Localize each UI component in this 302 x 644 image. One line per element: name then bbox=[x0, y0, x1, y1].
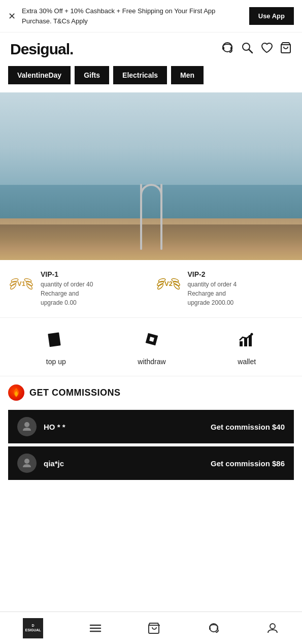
header-icons bbox=[221, 41, 292, 57]
svg-rect-35 bbox=[217, 627, 218, 630]
action-row: top up withdraw wallet bbox=[0, 318, 302, 376]
wallet-label: wallet bbox=[238, 358, 256, 366]
logo: Desigual. bbox=[10, 41, 73, 58]
vip2-title: VIP-2 bbox=[188, 270, 294, 278]
commission-amount-1: Get commission $40 bbox=[211, 423, 285, 431]
vip2-detail-line1: quantity of order 4 bbox=[188, 280, 294, 289]
vip-section: V1 VIP-1 quantity of order 40 Recharge a… bbox=[0, 260, 302, 318]
bottom-nav-support[interactable] bbox=[202, 619, 225, 638]
svg-rect-34 bbox=[209, 627, 211, 630]
cart-nav-icon bbox=[148, 622, 161, 635]
bottom-nav: DESIGUAL bbox=[0, 611, 302, 644]
commission-card-2: qia*jc Get commission $86 bbox=[8, 446, 294, 480]
nav-electricals[interactable]: Electricals bbox=[113, 66, 167, 84]
cart-icon[interactable] bbox=[280, 42, 292, 57]
svg-rect-2 bbox=[230, 47, 232, 50]
header: Desigual. bbox=[0, 33, 302, 66]
svg-point-28 bbox=[24, 459, 29, 464]
nav-valentineday[interactable]: ValentineDay bbox=[8, 66, 71, 84]
svg-rect-23 bbox=[240, 341, 243, 346]
top-up-icon bbox=[47, 330, 65, 352]
top-banner: ✕ Extra 30% Off + 10% Cashback + Free Sh… bbox=[0, 0, 302, 33]
withdraw-action[interactable]: withdraw bbox=[138, 330, 165, 366]
banner-text: Extra 30% Off + 10% Cashback + Free Ship… bbox=[22, 6, 243, 26]
support-nav-icon bbox=[207, 622, 220, 635]
nav-gifts[interactable]: Gifts bbox=[75, 66, 109, 84]
commission-user-1: HO * * bbox=[44, 423, 204, 431]
commissions-header: GET COMMISSIONS bbox=[0, 376, 302, 407]
vip1-detail-line1: quantity of order 40 bbox=[41, 280, 147, 289]
commissions-title: GET COMMISSIONS bbox=[29, 388, 121, 398]
svg-text:V2: V2 bbox=[164, 280, 173, 287]
wishlist-icon[interactable] bbox=[260, 42, 273, 57]
vip1-badge: V1 bbox=[8, 270, 35, 297]
svg-point-26 bbox=[251, 333, 253, 336]
vip2-detail-line3: upgrade 2000.00 bbox=[188, 298, 294, 307]
bottom-nav-profile[interactable] bbox=[261, 619, 284, 638]
vip1-card: V1 VIP-1 quantity of order 40 Recharge a… bbox=[8, 270, 147, 307]
bottom-nav-home[interactable]: DESIGUAL bbox=[18, 615, 48, 641]
menu-icon bbox=[89, 622, 102, 635]
close-banner-button[interactable]: ✕ bbox=[8, 11, 16, 22]
wallet-action[interactable]: wallet bbox=[238, 330, 256, 366]
commission-avatar-1 bbox=[17, 417, 37, 436]
use-app-button[interactable]: Use App bbox=[249, 7, 294, 25]
svg-rect-24 bbox=[244, 338, 247, 346]
profile-nav-icon bbox=[266, 622, 279, 635]
withdraw-icon bbox=[143, 330, 161, 352]
brand-icon: DESIGUAL bbox=[23, 618, 43, 638]
bottom-nav-menu[interactable] bbox=[84, 619, 107, 638]
vip2-detail-line2: Recharge and bbox=[188, 289, 294, 298]
fire-icon bbox=[8, 384, 24, 401]
bottom-nav-cart[interactable] bbox=[143, 619, 166, 638]
commission-card-1: HO * * Get commission $40 bbox=[8, 410, 294, 443]
svg-text:V1: V1 bbox=[17, 280, 25, 287]
top-up-label: top up bbox=[46, 358, 66, 366]
vip1-detail-line3: upgrade 0.00 bbox=[41, 298, 147, 307]
svg-rect-1 bbox=[222, 47, 224, 50]
svg-rect-20 bbox=[48, 332, 61, 347]
wallet-icon bbox=[238, 330, 256, 352]
nav-men[interactable]: Men bbox=[171, 66, 204, 84]
withdraw-label: withdraw bbox=[138, 358, 165, 366]
svg-point-36 bbox=[270, 624, 275, 629]
search-icon[interactable] bbox=[241, 42, 253, 57]
vip2-badge: V2 bbox=[155, 270, 182, 297]
vip1-title: VIP-1 bbox=[41, 270, 147, 278]
svg-line-4 bbox=[249, 50, 253, 53]
vip2-info: VIP-2 quantity of order 4 Recharge and u… bbox=[188, 270, 294, 307]
nav-pills: ValentineDay Gifts Electricals Men bbox=[0, 66, 302, 92]
svg-point-27 bbox=[24, 422, 29, 427]
vip2-card: V2 VIP-2 quantity of order 4 Recharge an… bbox=[155, 270, 294, 307]
support-icon[interactable] bbox=[221, 41, 234, 57]
commission-user-2: qia*jc bbox=[44, 459, 204, 468]
vip1-detail-line2: Recharge and bbox=[41, 289, 147, 298]
top-up-action[interactable]: top up bbox=[46, 330, 66, 366]
commission-amount-2: Get commission $86 bbox=[211, 459, 285, 468]
hero-banner bbox=[0, 92, 302, 260]
commission-avatar-2 bbox=[17, 454, 37, 473]
vip1-info: VIP-1 quantity of order 40 Recharge and … bbox=[41, 270, 147, 307]
